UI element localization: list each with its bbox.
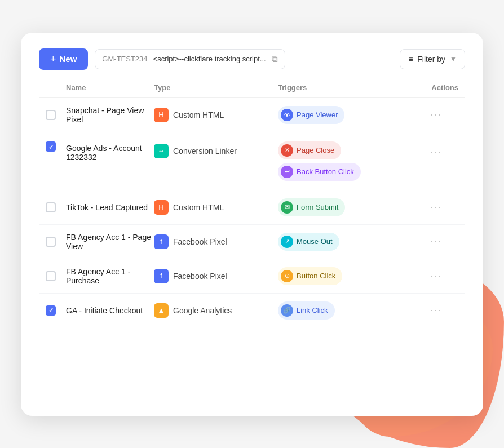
trigger-label: Button Click (297, 272, 335, 280)
type-icon: f (154, 269, 169, 283)
header-actions: Actions (413, 83, 458, 92)
type-label: Facebook Pixel (173, 237, 227, 246)
trigger-badge: ↩Back Button Click (278, 163, 361, 181)
row-type: HCustom HTML (154, 108, 278, 122)
new-button[interactable]: + New (39, 48, 88, 70)
search-bar[interactable]: GM-TEST234 <script>--clickflare tracking… (95, 49, 285, 69)
header-triggers: Triggers (278, 83, 413, 92)
chevron-down-icon: ▼ (450, 55, 457, 63)
row-actions: ··· (413, 199, 458, 215)
type-label: Custom HTML (173, 203, 224, 212)
table-row: Google Ads - Account 1232332↔Conversion … (39, 132, 465, 190)
more-options-button[interactable]: ··· (425, 233, 446, 250)
more-options-button[interactable]: ··· (425, 302, 446, 318)
row-actions: ··· (413, 268, 458, 284)
row-triggers: 👁Page Viewer (278, 106, 413, 124)
row-checkbox[interactable] (46, 237, 56, 247)
row-checkbox[interactable] (46, 305, 56, 316)
row-triggers: ⊙Button Click (278, 267, 413, 285)
trigger-badge: ✕Page Close (278, 141, 341, 159)
search-script-text: <script>--clickflare tracking script... (153, 55, 266, 63)
type-icon: ↔ (154, 144, 169, 158)
row-type: ▲Google Analytics (154, 303, 278, 318)
trigger-icon: ⊙ (281, 270, 293, 282)
row-name: FB Agency Acc 1 - Purchase (66, 267, 154, 285)
trigger-badge: 🔗Link Click (278, 301, 335, 320)
row-checkbox[interactable] (46, 202, 56, 212)
search-tag-id: GM-TEST234 (102, 55, 147, 63)
trigger-badge: ⊙Button Click (278, 267, 342, 285)
row-actions: ··· (413, 107, 458, 123)
table-row: GA - Initiate Checkout▲Google Analytics🔗… (39, 294, 465, 327)
type-label: Google Analytics (173, 306, 232, 315)
row-triggers: ✉Form Submit (278, 198, 413, 216)
type-icon: H (154, 108, 169, 122)
more-options-button[interactable]: ··· (425, 107, 446, 123)
filter-icon: ≡ (408, 55, 413, 64)
row-type: ↔Conversion Linker (154, 141, 278, 158)
type-icon: H (154, 200, 169, 215)
header-type: Type (154, 83, 278, 92)
plus-icon: + (50, 54, 56, 64)
row-triggers: 🔗Link Click (278, 301, 413, 320)
type-icon: ▲ (154, 303, 169, 318)
type-label: Custom HTML (173, 110, 224, 119)
copy-icon[interactable]: ⧉ (272, 54, 278, 64)
trigger-icon: ✕ (281, 144, 293, 157)
row-checkbox[interactable] (46, 110, 56, 120)
row-actions: ··· (413, 233, 458, 250)
type-label: Facebook Pixel (173, 272, 227, 281)
main-card: + New GM-TEST234 <script>--clickflare tr… (21, 33, 483, 416)
trigger-badge: ✉Form Submit (278, 198, 345, 216)
more-options-button[interactable]: ··· (425, 199, 446, 215)
table-body: Snapchat - Page View PixelHCustom HTML👁P… (39, 98, 465, 327)
row-actions: ··· (413, 141, 458, 160)
trigger-label: Mouse Out (297, 237, 333, 246)
more-options-button[interactable]: ··· (425, 144, 446, 160)
trigger-label: Link Click (297, 306, 328, 314)
row-name: FB Agency Acc 1 - Page View (66, 233, 154, 251)
trigger-icon: ✉ (281, 201, 293, 214)
row-name: GA - Initiate Checkout (66, 306, 154, 315)
row-type: HCustom HTML (154, 200, 278, 215)
filter-label: Filter by (417, 55, 445, 64)
trigger-label: Page Viewer (297, 110, 338, 119)
trigger-label: Page Close (297, 146, 334, 154)
trigger-badge: ↗Mouse Out (278, 233, 339, 251)
filter-button[interactable]: ≡ Filter by ▼ (400, 49, 465, 69)
trigger-label: Back Button Click (297, 167, 354, 176)
trigger-icon: 🔗 (281, 304, 293, 317)
row-type: fFacebook Pixel (154, 269, 278, 283)
toolbar: + New GM-TEST234 <script>--clickflare tr… (39, 48, 465, 70)
trigger-icon: ↗ (281, 236, 293, 248)
type-icon: f (154, 234, 169, 249)
new-label: New (60, 54, 77, 64)
row-checkbox[interactable] (46, 271, 56, 281)
row-name: TikTok - Lead Captured (66, 203, 154, 212)
trigger-icon: 👁 (281, 109, 293, 121)
trigger-label: Form Submit (297, 203, 338, 211)
row-triggers: ↗Mouse Out (278, 233, 413, 251)
row-name: Snapchat - Page View Pixel (66, 106, 154, 124)
trigger-icon: ↩ (281, 166, 293, 178)
table-header: Name Type Triggers Actions (39, 83, 465, 98)
row-actions: ··· (413, 302, 458, 318)
row-type: fFacebook Pixel (154, 234, 278, 249)
row-checkbox[interactable] (46, 141, 56, 152)
more-options-button[interactable]: ··· (425, 268, 446, 284)
table-row: Snapchat - Page View PixelHCustom HTML👁P… (39, 98, 465, 132)
table-row: TikTok - Lead CapturedHCustom HTML✉Form … (39, 190, 465, 225)
row-triggers: ✕Page Close↩Back Button Click (278, 141, 413, 181)
trigger-badge: 👁Page Viewer (278, 106, 344, 124)
type-label: Conversion Linker (173, 147, 237, 156)
table-row: FB Agency Acc 1 - PurchasefFacebook Pixe… (39, 259, 465, 294)
header-name: Name (66, 83, 154, 92)
table-row: FB Agency Acc 1 - Page ViewfFacebook Pix… (39, 225, 465, 259)
row-name: Google Ads - Account 1232332 (66, 141, 154, 162)
